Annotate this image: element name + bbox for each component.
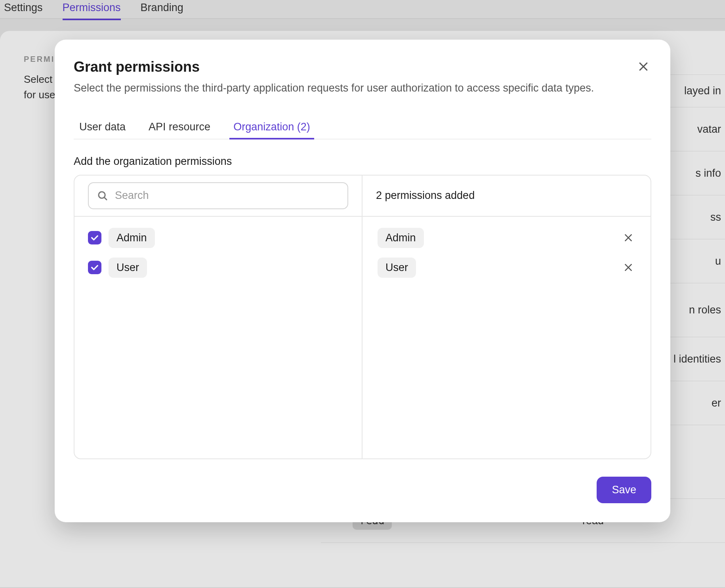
svg-line-3 [104,197,107,200]
search-box[interactable] [88,182,348,209]
check-icon [90,233,99,242]
search-input[interactable] [115,189,340,202]
perm-item-user[interactable]: User [84,253,352,283]
modal-title: Grant permissions [74,59,594,75]
perm-label: Admin [378,228,424,248]
save-button[interactable]: Save [597,477,651,503]
available-list: Admin User [74,217,362,458]
checkbox-admin[interactable] [88,231,101,244]
available-panel: Admin User [74,176,362,458]
tab-user-data[interactable]: User data [78,115,127,139]
modal-footer: Save [74,477,651,503]
permissions-panels: Admin User 2 permissions added [74,175,651,459]
tab-api-resource[interactable]: API resource [147,115,212,139]
search-icon [97,190,109,202]
modal-overlay[interactable]: Grant permissions Select the permissions… [0,0,725,588]
added-item-admin: Admin [372,223,641,253]
close-icon [637,61,649,73]
remove-admin-button[interactable] [621,231,635,245]
search-header [74,176,362,217]
checkbox-user[interactable] [88,261,101,274]
close-button[interactable] [635,59,651,74]
modal-header: Grant permissions Select the permissions… [74,59,651,96]
close-icon [623,233,633,243]
modal-subtitle: Select the permissions the third-party a… [74,80,594,96]
section-heading: Add the organization permissions [74,155,651,168]
selected-panel: 2 permissions added Admin User [362,176,651,458]
tab-organization[interactable]: Organization (2) [232,115,312,139]
remove-user-button[interactable] [621,260,635,275]
added-item-user: User [372,253,641,283]
perm-label: User [378,258,416,278]
selected-count: 2 permissions added [376,189,475,202]
selected-list: Admin User [362,217,651,458]
grant-permissions-modal: Grant permissions Select the permissions… [55,40,670,522]
modal-tabs: User data API resource Organization (2) [74,115,651,139]
perm-item-admin[interactable]: Admin [84,223,352,253]
perm-label: User [109,258,147,278]
check-icon [90,263,99,272]
selected-header: 2 permissions added [362,176,651,217]
perm-label: Admin [109,228,155,248]
close-icon [623,262,633,273]
